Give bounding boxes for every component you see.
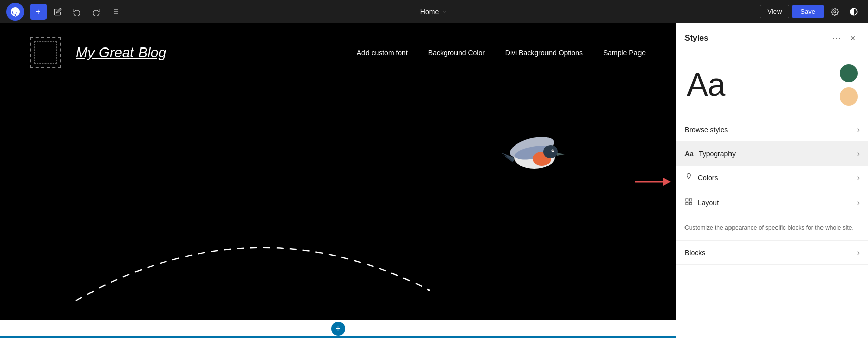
- layout-chevron: ›: [857, 198, 860, 207]
- main-layout: My Great Blog Add custom font Background…: [0, 23, 868, 338]
- sidebar-header-actions: ⋯ ×: [830, 31, 860, 45]
- blog-header: My Great Blog Add custom font Background…: [0, 23, 676, 82]
- main-toolbar: + Home View Save: [0, 0, 868, 23]
- typography-icon: Aa: [684, 150, 694, 158]
- bottom-bar: +: [0, 320, 676, 338]
- styles-sidebar: Styles ⋯ × Aa Browse styles › Aa: [676, 23, 868, 338]
- browse-styles-label: Browse styles: [684, 126, 728, 134]
- layout-row[interactable]: Layout ›: [676, 190, 868, 215]
- nav-add-custom-font[interactable]: Add custom font: [357, 49, 408, 57]
- undo-button[interactable]: [69, 4, 85, 20]
- canvas-area: My Great Blog Add custom font Background…: [0, 23, 676, 338]
- list-view-button[interactable]: [107, 4, 123, 20]
- typography-chevron: ›: [857, 149, 860, 158]
- browse-styles-chevron: ›: [857, 125, 860, 134]
- browse-styles-row[interactable]: Browse styles ›: [676, 118, 868, 142]
- sidebar-more-button[interactable]: ⋯: [830, 31, 844, 45]
- typography-preview-text: Aa: [687, 66, 725, 104]
- colors-left: Colors: [684, 173, 718, 183]
- sidebar-header: Styles ⋯ ×: [676, 23, 868, 52]
- nav-sample-page[interactable]: Sample Page: [603, 49, 646, 57]
- edit-button[interactable]: [50, 4, 66, 20]
- blog-nav: Add custom font Background Color Divi Ba…: [357, 49, 646, 57]
- svg-point-6: [834, 11, 836, 13]
- layout-icon: [684, 198, 693, 208]
- color-dot-dark: [840, 64, 858, 82]
- typography-left: Aa Typography: [684, 150, 736, 158]
- typography-row[interactable]: Aa Typography ›: [676, 142, 868, 166]
- canvas-content: [0, 82, 676, 336]
- blocks-label: Blocks: [684, 249, 705, 257]
- blog-logo: [30, 37, 61, 68]
- blog-title: My Great Blog: [76, 44, 166, 61]
- svg-rect-22: [689, 202, 692, 205]
- appearance-toggle[interactable]: [846, 4, 862, 20]
- layout-label: Layout: [698, 199, 719, 207]
- colors-row[interactable]: Colors ›: [676, 166, 868, 190]
- svg-marker-12: [557, 153, 565, 156]
- save-button[interactable]: Save: [792, 5, 824, 18]
- toolbar-right: View Save: [760, 4, 862, 20]
- typography-label: Typography: [699, 150, 736, 158]
- colors-icon: [684, 173, 693, 183]
- layout-left: Layout: [684, 198, 719, 208]
- style-preview: Aa: [676, 52, 868, 118]
- bird-illustration: [494, 122, 575, 183]
- blocks-left: Blocks: [684, 249, 705, 257]
- svg-rect-21: [686, 202, 688, 205]
- nav-background-color[interactable]: Background Color: [428, 49, 485, 57]
- page-selector[interactable]: Home: [420, 8, 448, 16]
- nav-divi-background[interactable]: Divi Background Options: [505, 49, 583, 57]
- blocks-chevron: ›: [857, 248, 860, 257]
- colors-chevron: ›: [857, 173, 860, 182]
- blocks-row[interactable]: Blocks ›: [676, 241, 868, 265]
- sidebar-title: Styles: [684, 34, 708, 43]
- settings-button[interactable]: [827, 4, 843, 20]
- dashed-arc-svg: [0, 189, 676, 316]
- redo-button[interactable]: [88, 4, 104, 20]
- colors-label: Colors: [698, 174, 718, 182]
- color-dots: [840, 64, 858, 106]
- svg-point-14: [552, 150, 553, 151]
- description-text: Customize the appearance of specific blo…: [676, 215, 868, 241]
- color-dot-light: [840, 87, 858, 106]
- svg-point-11: [543, 145, 558, 158]
- wordpress-logo[interactable]: [6, 3, 24, 21]
- add-block-button[interactable]: +: [30, 4, 47, 20]
- view-button[interactable]: View: [760, 5, 789, 18]
- browse-styles-left: Browse styles: [684, 126, 728, 134]
- bottom-add-button[interactable]: +: [331, 322, 345, 336]
- svg-rect-19: [686, 199, 688, 201]
- sidebar-close-button[interactable]: ×: [846, 31, 860, 45]
- svg-rect-20: [689, 199, 692, 201]
